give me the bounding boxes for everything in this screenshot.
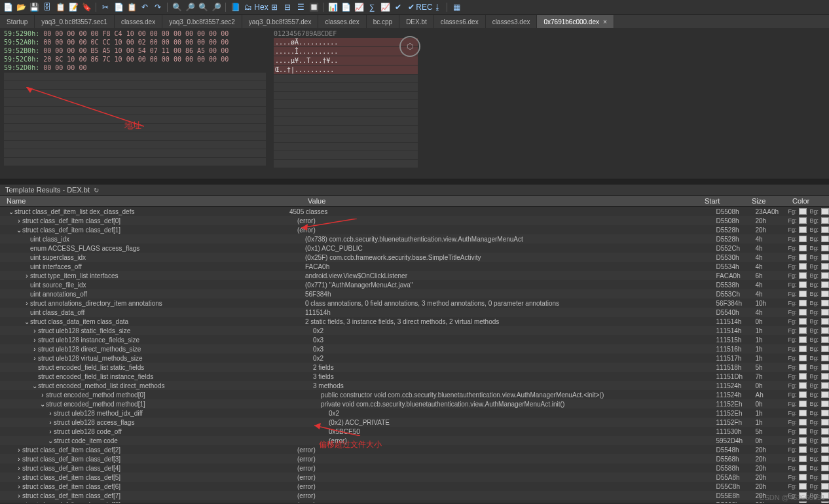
row-color[interactable]: Fg:Bg: <box>788 428 829 435</box>
toolbar-button[interactable]: 📄 <box>341 2 351 12</box>
expand-caret-icon[interactable]: › <box>47 410 54 417</box>
row-color[interactable]: Fg:Bg: <box>788 355 829 361</box>
row-color[interactable]: Fg:Bg: <box>788 382 829 389</box>
table-row[interactable]: uint source_file_idx(0x771) "AuthManager… <box>0 280 829 289</box>
expand-caret-icon[interactable]: ⌄ <box>47 437 54 444</box>
table-row[interactable]: ›struct class_def_item class_def[7](erro… <box>0 491 829 500</box>
table-row[interactable]: ⌄struct encoded_method_list direct_metho… <box>0 381 829 390</box>
hex-ascii-row[interactable]: .....Ì.......... <box>274 47 418 56</box>
toolbar-button[interactable]: 📈 <box>380 2 390 12</box>
expand-caret-icon[interactable]: › <box>31 327 38 334</box>
expand-caret-icon[interactable]: › <box>16 456 22 463</box>
row-color[interactable]: Fg:Bg: <box>788 456 829 462</box>
row-color[interactable]: Fg:Bg: <box>788 309 829 315</box>
row-color[interactable]: Fg:Bg: <box>788 336 829 343</box>
row-color[interactable]: Fg:Bg: <box>788 474 829 480</box>
table-row[interactable]: ›struct uleb128 method_idx_diff0x211152E… <box>0 408 829 418</box>
tab[interactable]: classes3.dex <box>486 15 538 28</box>
hex-row[interactable]: 59:52C0h: 20 8C 10 00 86 7C 10 00 00 00 … <box>4 55 266 63</box>
row-color[interactable]: Fg:Bg: <box>788 236 829 242</box>
expand-caret-icon[interactable]: › <box>47 428 54 435</box>
hex-row[interactable]: 59:52D0h: 00 00 00 00 <box>4 63 266 72</box>
table-row[interactable]: uint annotations_off56F384hD553Ch4hFg:Bg… <box>0 289 829 298</box>
row-color[interactable]: Fg:Bg: <box>788 254 829 261</box>
table-row[interactable]: ›struct uleb128 virtual_methods_size0x21… <box>0 353 829 363</box>
expand-caret-icon[interactable]: ⌄ <box>8 208 14 215</box>
row-color[interactable]: Fg:Bg: <box>788 208 829 215</box>
table-row[interactable]: ›struct class_def_item class_def[2](erro… <box>0 445 829 454</box>
toolbar-button[interactable]: Hex <box>256 2 267 12</box>
toolbar-button[interactable]: ✔ <box>406 2 416 12</box>
row-color[interactable]: Fg:Bg: <box>788 391 829 398</box>
toolbar-button[interactable]: 🔍 <box>198 2 208 12</box>
expand-caret-icon[interactable]: › <box>47 419 54 426</box>
toolbar-button[interactable]: 📘 <box>230 2 240 12</box>
toolbar-button[interactable]: 📋 <box>126 2 137 12</box>
expand-caret-icon[interactable]: › <box>16 492 22 499</box>
toolbar-button[interactable]: REC <box>419 2 430 12</box>
table-row[interactable]: struct encoded_field_list instance_field… <box>0 372 829 381</box>
toolbar-button[interactable]: 📊 <box>327 2 338 12</box>
expand-caret-icon[interactable]: › <box>16 217 22 225</box>
template-results-grid[interactable]: 偏移超过文件大小 ⌄struct class_def_item_list dex… <box>0 207 829 503</box>
table-row[interactable]: ›struct class_def_item class_def[6](erro… <box>0 482 829 491</box>
toolbar-button[interactable]: 📝 <box>68 2 79 12</box>
expand-caret-icon[interactable]: ⌄ <box>24 318 30 325</box>
expand-caret-icon[interactable]: › <box>16 501 22 503</box>
table-row[interactable]: ⌄struct code_item code(error)5952D4h0hFg… <box>0 436 829 445</box>
table-row[interactable]: ›struct uleb128 instance_fields_size0x31… <box>0 335 829 344</box>
toolbar-button[interactable]: ✔ <box>393 2 403 12</box>
table-row[interactable]: uint superclass_idx(0x25F) com.ccb.frame… <box>0 253 829 262</box>
pin-icon[interactable]: ↻ <box>94 187 99 194</box>
row-color[interactable]: Fg:Bg: <box>788 327 829 334</box>
close-icon[interactable]: × <box>603 18 607 26</box>
col-name[interactable]: Name <box>0 196 295 206</box>
row-color[interactable]: Fg:Bg: <box>788 501 829 503</box>
toolbar-button[interactable]: 📄 <box>113 2 124 12</box>
table-row[interactable]: uint class_data_off111514hD5540h4hFg:Bg: <box>0 308 829 317</box>
row-color[interactable]: Fg:Bg: <box>788 410 829 416</box>
toolbar-button[interactable]: 🔲 <box>308 2 319 12</box>
toolbar-button[interactable]: 📈 <box>354 2 364 12</box>
table-row[interactable]: ›struct type_item_list interfacesandroid… <box>0 271 829 280</box>
table-row[interactable]: enum ACCESS_FLAGS access_flags(0x1) ACC_… <box>0 243 829 253</box>
table-row[interactable]: ›struct uleb128 code_off0x5BCE50111530h5… <box>0 427 829 436</box>
toolbar-button[interactable]: ∑ <box>367 2 377 12</box>
row-color[interactable]: Fg:Bg: <box>788 483 829 490</box>
toolbar-button[interactable]: 🔎 <box>185 2 195 12</box>
expand-caret-icon[interactable]: ⌄ <box>16 226 22 234</box>
table-row[interactable]: ›struct class_def_item class_def[3](erro… <box>0 454 829 463</box>
pane-divider[interactable] <box>0 179 829 185</box>
tab[interactable]: classes.dex <box>115 15 162 28</box>
row-color[interactable]: Fg:Bg: <box>788 272 829 279</box>
row-color[interactable]: Fg:Bg: <box>788 281 829 288</box>
row-color[interactable]: Fg:Bg: <box>788 300 829 306</box>
row-color[interactable]: Fg:Bg: <box>788 446 829 453</box>
table-row[interactable]: uint interfaces_offFACA0hD5534h4hFg:Bg: <box>0 262 829 271</box>
table-row[interactable]: struct encoded_field_list static_fields2… <box>0 363 829 372</box>
table-row[interactable]: ›struct uleb128 static_fields_size0x2111… <box>0 326 829 335</box>
toolbar-button[interactable]: 📋 <box>55 2 65 12</box>
table-row[interactable]: ⌄struct class_data_item class_data2 stat… <box>0 317 829 326</box>
toolbar-button[interactable]: ↶ <box>139 2 150 12</box>
expand-caret-icon[interactable]: › <box>31 355 38 362</box>
row-color[interactable]: Fg:Bg: <box>788 217 829 224</box>
hex-bytes-column[interactable]: 59:5290h: 00 00 00 00 00 F8 C4 10 00 00 … <box>0 28 270 179</box>
tab[interactable]: classes.dex <box>318 15 366 28</box>
table-row[interactable]: ›struct encoded_method method[0]public c… <box>0 390 829 399</box>
expand-caret-icon[interactable]: › <box>31 346 38 353</box>
row-color[interactable]: Fg:Bg: <box>788 318 829 325</box>
tab[interactable]: yaq3_0.bc8f3557.sec1 <box>35 15 115 28</box>
table-row[interactable]: uint class_idx(0x738) com.ccb.security.b… <box>0 234 829 243</box>
tab[interactable]: Startup <box>0 15 35 28</box>
row-color[interactable]: Fg:Bg: <box>788 245 829 251</box>
table-row[interactable]: ›struct annotations_directory_item annot… <box>0 298 829 308</box>
row-color[interactable]: Fg:Bg: <box>788 419 829 425</box>
expand-caret-icon[interactable]: › <box>16 465 22 472</box>
toolbar-button[interactable]: 🔖 <box>81 2 92 12</box>
expand-caret-icon[interactable]: › <box>16 474 22 481</box>
expand-caret-icon[interactable]: ⌄ <box>31 382 38 389</box>
hex-row[interactable]: 59:52B0h: 00 00 00 00 B5 A5 10 00 54 07 … <box>4 46 266 55</box>
table-row[interactable]: ⌄struct class_def_item class_def[1](erro… <box>0 225 829 234</box>
toolbar-button[interactable]: ⊞ <box>269 2 280 12</box>
